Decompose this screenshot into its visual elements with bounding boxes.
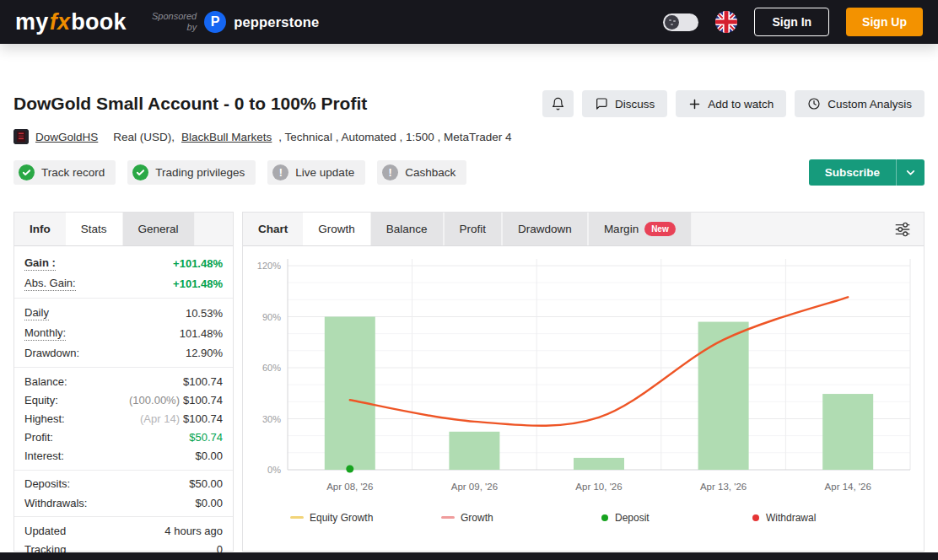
- badge-track-record[interactable]: Track record: [13, 160, 116, 185]
- discuss-button[interactable]: Discuss: [582, 90, 667, 117]
- badge-cashback[interactable]: ! Cashback: [377, 160, 466, 185]
- stat-label[interactable]: Monthly:: [24, 326, 66, 341]
- stats-panel: Info Stats General Gain : +101.48% Abs. …: [13, 212, 234, 552]
- tab-chart[interactable]: Chart: [243, 213, 303, 245]
- stat-row-daily: Daily 10.53%: [14, 303, 233, 323]
- svg-text:Apr 14, '26: Apr 14, '26: [825, 482, 871, 492]
- stats-list: Gain : +101.48% Abs. Gain: +101.48% Dail…: [14, 246, 233, 559]
- stat-row-withdrawals: Withdrawals: $0.00: [14, 493, 233, 512]
- tab-info[interactable]: Info: [14, 213, 66, 245]
- chevron-down-icon[interactable]: [896, 159, 925, 186]
- logo-text-book: book: [71, 9, 127, 35]
- stat-row-equity: Equity: (100.00%)$100.74: [14, 390, 233, 409]
- notifications-button[interactable]: [542, 90, 574, 117]
- stat-value: 12.90%: [186, 347, 223, 359]
- stat-row-deposits: Deposits: $50.00: [14, 475, 233, 493]
- clock-icon: [807, 97, 821, 110]
- svg-text:60%: 60%: [262, 363, 281, 373]
- stat-value: +101.48%: [173, 277, 223, 290]
- subscribe-button[interactable]: Subscribe: [809, 159, 925, 186]
- svg-text:Equity Growth: Equity Growth: [310, 512, 373, 524]
- footer-strip: [0, 552, 938, 560]
- stat-label: Interest:: [24, 450, 64, 462]
- sponsored-by-label: Sponsored by: [152, 11, 197, 32]
- stat-value: $0.00: [195, 450, 223, 462]
- custom-analysis-button[interactable]: Custom Analysis: [795, 90, 925, 117]
- top-navbar: myfxbook Sponsored by P pepperstone Sign…: [0, 0, 938, 44]
- sign-up-button[interactable]: Sign Up: [846, 8, 923, 36]
- divider: [14, 516, 233, 517]
- myfxbook-logo[interactable]: myfxbook: [15, 9, 127, 35]
- stat-label[interactable]: Abs. Gain:: [24, 277, 76, 291]
- speech-bubble-icon: [595, 97, 608, 110]
- stat-row-monthly: Monthly: 101.48%: [14, 324, 233, 344]
- svg-text:Apr 08, '26: Apr 08, '26: [326, 482, 373, 492]
- stat-value-prefix: (Apr 14): [140, 412, 180, 425]
- sponsor-block[interactable]: Sponsored by P pepperstone: [152, 11, 319, 33]
- stat-label: Balance:: [24, 375, 67, 388]
- tab-stats[interactable]: Stats: [66, 213, 122, 245]
- account-avatar: [13, 129, 29, 144]
- divider: [14, 470, 233, 471]
- stat-row-gain: Gain : +101.48%: [14, 253, 233, 273]
- stat-value: $100.74: [183, 412, 223, 425]
- stat-value: $100.74: [183, 394, 223, 407]
- stat-row-profit: Profit: $50.74: [14, 428, 233, 447]
- stat-label[interactable]: Daily: [24, 306, 49, 320]
- tab-balance[interactable]: Balance: [370, 213, 444, 245]
- stat-label: Equity:: [24, 394, 58, 407]
- logo-text-my: my: [15, 9, 49, 35]
- chart-settings-button[interactable]: [892, 218, 914, 240]
- svg-text:120%: 120%: [257, 261, 281, 271]
- stat-label[interactable]: Gain :: [24, 256, 56, 271]
- badge-live-update[interactable]: ! Live update: [267, 160, 365, 185]
- stat-value-prefix: (100.00%): [129, 394, 180, 407]
- growth-chart[interactable]: 0%30%60%90%120%Apr 08, '26Apr 09, '26Apr…: [243, 246, 924, 551]
- language-flag-uk-icon[interactable]: [715, 11, 737, 33]
- chart-tabbar: Chart Growth Balance Profit Drawdown Mar…: [243, 213, 924, 246]
- pepperstone-brand-name: pepperstone: [234, 14, 319, 30]
- stat-value: $50.00: [189, 477, 223, 490]
- stat-row-abs-gain: Abs. Gain: +101.48%: [14, 273, 233, 293]
- pepperstone-logo-icon: P: [204, 11, 226, 33]
- svg-text:90%: 90%: [262, 312, 281, 322]
- tab-general[interactable]: General: [122, 213, 195, 245]
- tab-drawdown[interactable]: Drawdown: [502, 213, 588, 245]
- stat-value: +101.48%: [173, 257, 223, 270]
- theme-toggle-knob: [665, 15, 679, 30]
- stat-value: $50.74: [189, 431, 223, 444]
- divider: [14, 367, 233, 368]
- stat-label: Withdrawals:: [24, 497, 87, 509]
- stat-row-drawdown: Drawdown: 12.90%: [14, 344, 233, 363]
- svg-text:Deposit: Deposit: [615, 512, 650, 524]
- plus-icon: [688, 98, 701, 110]
- badge-trading-privileges[interactable]: Trading privileges: [127, 160, 256, 185]
- stat-label: Deposits:: [24, 477, 70, 490]
- stat-label: Updated: [24, 525, 66, 537]
- stat-row-interest: Interest: $0.00: [14, 447, 233, 466]
- growth-chart-area[interactable]: 0%30%60%90%120%Apr 08, '26Apr 09, '26Apr…: [243, 246, 924, 551]
- stat-value: $100.74: [183, 375, 223, 388]
- check-icon: [19, 164, 35, 180]
- sign-in-button[interactable]: Sign In: [754, 8, 829, 36]
- theme-toggle[interactable]: [663, 13, 698, 31]
- broker-link[interactable]: BlackBull Markets: [181, 131, 272, 143]
- stat-value: $0.00: [195, 497, 223, 509]
- stat-label: Profit:: [24, 431, 53, 444]
- account-name-link[interactable]: DowGoldHS: [35, 131, 98, 143]
- stat-row-highest: Highest: (Apr 14)$100.74: [14, 409, 233, 428]
- tab-margin[interactable]: Margin New: [588, 213, 692, 245]
- stats-tabbar: Info Stats General: [14, 213, 233, 246]
- check-icon: [132, 164, 148, 180]
- tab-profit[interactable]: Profit: [444, 213, 503, 245]
- page-title: DowGold Small Account - 0 to 100% Profit: [13, 94, 367, 114]
- svg-text:Apr 10, '26: Apr 10, '26: [575, 482, 622, 492]
- svg-text:Withdrawal: Withdrawal: [766, 512, 816, 524]
- tab-growth[interactable]: Growth: [303, 213, 370, 245]
- stat-value: 4 hours ago: [164, 525, 223, 537]
- stat-label: Highest:: [24, 412, 65, 425]
- account-type-text: Real (USD),: [113, 131, 175, 143]
- add-to-watch-button[interactable]: Add to watch: [676, 90, 786, 117]
- stat-label: Drawdown:: [24, 347, 79, 359]
- svg-text:Growth: Growth: [461, 512, 493, 524]
